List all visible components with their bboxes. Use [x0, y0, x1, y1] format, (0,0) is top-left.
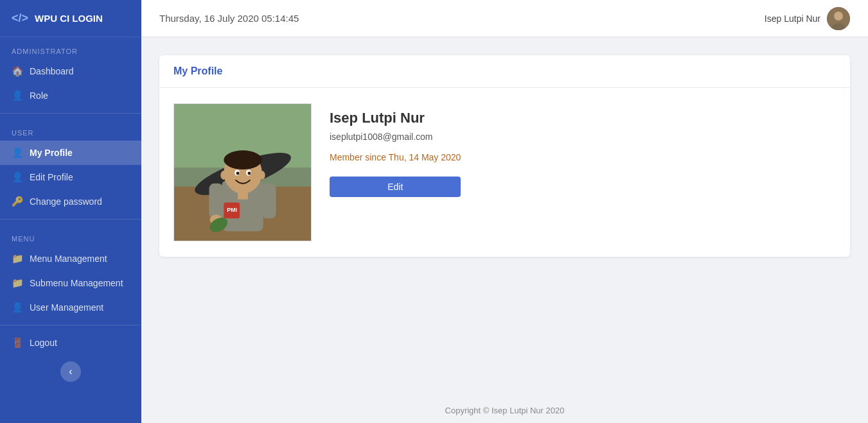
profile-email: iseplutpi1008@gmail.com: [330, 132, 461, 142]
sidebar-item-menu-management[interactable]: 📁 Menu Management: [0, 246, 141, 271]
topbar: Thursday, 16 July 2020 05:14:45 Isep Lut…: [141, 0, 868, 37]
section-label-user: USER: [0, 119, 141, 141]
sidebar-item-user-management[interactable]: 👤 User Management: [0, 295, 141, 320]
sidebar-item-role-label: Role: [30, 91, 48, 101]
submenu-management-icon: 📁: [12, 277, 23, 289]
sidebar-item-dashboard-label: Dashboard: [30, 66, 74, 76]
card-header: My Profile: [159, 55, 850, 88]
sidebar-item-menu-management-label: Menu Management: [30, 254, 107, 264]
sidebar-item-submenu-management[interactable]: 📁 Submenu Management: [0, 271, 141, 295]
svg-point-16: [220, 171, 227, 180]
svg-point-14: [236, 172, 240, 175]
my-profile-icon: 👤: [12, 147, 23, 159]
card-body: PMI: [159, 88, 850, 257]
sidebar: </> WPU CI LOGIN ADMINISTRATOR 🏠 Dashboa…: [0, 0, 141, 423]
svg-text:PMI: PMI: [227, 207, 237, 213]
section-label-administrator: ADMINISTRATOR: [0, 37, 141, 59]
brand-icon: </>: [12, 12, 28, 25]
sidebar-item-edit-profile[interactable]: 👤 Edit Profile: [0, 165, 141, 189]
sidebar-item-logout-label: Logout: [30, 338, 57, 348]
svg-point-11: [224, 150, 261, 169]
footer: Copyright © Isep Lutpi Nur 2020: [141, 398, 868, 423]
svg-rect-18: [238, 192, 248, 200]
topbar-user: Isep Lutpi Nur: [765, 7, 850, 30]
sidebar-item-my-profile[interactable]: 👤 My Profile: [0, 141, 141, 165]
brand-title: WPU CI LOGIN: [35, 13, 103, 24]
profile-member-since: Member since Thu, 14 May 2020: [330, 152, 461, 162]
svg-point-1: [834, 12, 843, 21]
user-management-icon: 👤: [12, 302, 23, 313]
sidebar-item-user-management-label: User Management: [30, 302, 103, 313]
sidebar-item-change-password[interactable]: 🔑 Change password: [0, 189, 141, 214]
profile-name: Isep Lutpi Nur: [330, 110, 461, 126]
collapse-circle[interactable]: ‹: [60, 361, 81, 382]
divider-3: [0, 325, 141, 325]
profile-card: My Profile: [159, 55, 850, 257]
topbar-user-name: Isep Lutpi Nur: [765, 13, 820, 24]
section-label-menu: MENU: [0, 225, 141, 246]
avatar-placeholder: [827, 7, 850, 30]
avatar-svg: [827, 7, 850, 30]
logout-icon: 🚪: [12, 337, 23, 349]
dashboard-icon: 🏠: [12, 65, 23, 77]
topbar-datetime: Thursday, 16 July 2020 05:14:45: [159, 13, 299, 24]
profile-photo-wrapper: PMI: [173, 103, 312, 241]
svg-point-15: [247, 172, 251, 175]
role-icon: 👤: [12, 90, 23, 101]
card-title: My Profile: [173, 65, 222, 76]
divider-1: [0, 113, 141, 114]
profile-photo-svg: PMI: [174, 103, 311, 241]
sidebar-item-change-password-label: Change password: [30, 196, 102, 207]
sidebar-brand[interactable]: </> WPU CI LOGIN: [0, 0, 141, 37]
content-area: My Profile: [141, 37, 868, 398]
sidebar-item-role[interactable]: 👤 Role: [0, 83, 141, 108]
change-password-icon: 🔑: [12, 196, 23, 207]
main-area: Thursday, 16 July 2020 05:14:45 Isep Lut…: [141, 0, 868, 423]
collapse-icon: ‹: [69, 366, 72, 377]
profile-info: Isep Lutpi Nur iseplutpi1008@gmail.com M…: [330, 103, 461, 197]
svg-rect-20: [262, 184, 276, 218]
sidebar-item-dashboard[interactable]: 🏠 Dashboard: [0, 59, 141, 83]
sidebar-item-edit-profile-label: Edit Profile: [30, 172, 73, 182]
sidebar-item-submenu-management-label: Submenu Management: [30, 278, 123, 288]
svg-rect-19: [209, 184, 223, 218]
svg-point-17: [259, 171, 265, 180]
sidebar-item-my-profile-label: My Profile: [30, 148, 73, 158]
sidebar-item-logout[interactable]: 🚪 Logout: [0, 331, 141, 355]
footer-text: Copyright © Isep Lutpi Nur 2020: [445, 406, 565, 415]
edit-button[interactable]: Edit: [330, 177, 461, 197]
divider-2: [0, 219, 141, 220]
avatar: [827, 7, 850, 30]
sidebar-collapse[interactable]: ‹: [60, 361, 81, 382]
menu-management-icon: 📁: [12, 253, 23, 264]
edit-profile-icon: 👤: [12, 171, 23, 183]
